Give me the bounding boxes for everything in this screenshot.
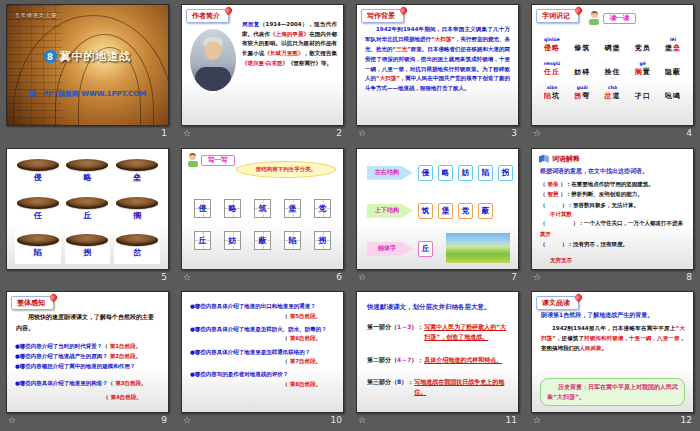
- slide-meta-7: ☆ 7: [356, 272, 519, 285]
- character: 陷: [34, 247, 42, 258]
- word: 陷坑: [541, 91, 563, 101]
- slide-thumbnail-1[interactable]: 五年级语文上册 8 冀中的地道战 第一PPT模板网 WWW.1PPT.COM: [6, 4, 169, 126]
- division-item: 第二部分（4～7）：具体介绍地道的式样和特点。: [367, 355, 508, 365]
- slide-thumbnail-6[interactable]: 写一写 按结构将下列生字分类。 侵 略 筑 堡 党 丘 妨 蔽 陷 拐: [181, 148, 344, 270]
- character-grid: 侵 略 筑 堡 党 丘 妨 蔽 陷 拐: [182, 199, 343, 263]
- word: 孑口: [632, 91, 654, 101]
- word-item: 隐蔽: [662, 61, 684, 77]
- char-box: 妨: [458, 165, 473, 181]
- section-header-label: 字词识记: [542, 12, 570, 20]
- slide-thumbnail-9[interactable]: 整体感知 用较快的速度朗读课文，了解每个自然段的主要内容。 ●哪些内容介绍了当时…: [6, 291, 169, 413]
- slide-meta-9: ☆ 9: [6, 415, 169, 428]
- slide-cell-7: 左右结构 侵 略 妨 陷 拐 上下结构 筑 堡 党 蔽 独体字 丘 ☆ 7: [350, 144, 525, 288]
- word: 堡垒: [662, 43, 684, 53]
- history-note-box: 历史背景：日军在冀中平原上对我国的人民武装“大扫荡”。: [540, 378, 685, 405]
- word-item: 吆喝: [662, 85, 684, 101]
- char-box: 党: [314, 199, 331, 218]
- character-row: 侵 略 筑 堡 党: [182, 199, 343, 218]
- definition-list: （ 堡垒 ）：在重要地点作防守用的坚固建筑。 （ 智慧 ）：辨析判断、发明创造的…: [540, 179, 687, 264]
- word: 吆喝: [662, 91, 684, 101]
- word-item: lěi堡垒: [662, 37, 684, 53]
- word: 岔道: [602, 91, 624, 101]
- slide-cell-12: 课文品读 朗读第1自然段，了解地道战产生的背景。 1942到1944那几年，日本…: [525, 287, 700, 431]
- slide-thumbnail-5[interactable]: 侵 略 垒 任 丘 搁 陷 拐 岔: [6, 148, 169, 270]
- division-label: 第一部分（: [367, 322, 397, 341]
- division-answer: 写地道战在我国抗日战争史上的地位。: [414, 377, 508, 396]
- section-header-label: 整体感知: [17, 299, 45, 307]
- question-list: ●哪些内容具体介绍了地道的出口和地道里的通道？ （ 第5自然段。 ●哪些内容具体…: [190, 302, 337, 393]
- slide-cell-1: 五年级语文上册 8 冀中的地道战 第一PPT模板网 WWW.1PPT.COM 1: [0, 0, 175, 144]
- slide-thumbnail-8[interactable]: 词语解释 根据词语的意思，在文中找出这些词语。 （ 堡垒 ）：在重要地点作防守用…: [531, 148, 694, 270]
- section-header-label: 作者简介: [192, 12, 220, 20]
- char-box: 略: [438, 165, 453, 181]
- slide-cell-10: ●哪些内容具体介绍了地道的出口和地道里的通道？ （ 第5自然段。 ●哪些内容具体…: [175, 287, 350, 431]
- char-box: 陷: [284, 231, 301, 250]
- instruction-text: 根据词语的意思，在文中找出这些词语。: [540, 167, 685, 176]
- division-label: 第三部分（: [367, 377, 397, 396]
- slide-thumbnail-10[interactable]: ●哪些内容具体介绍了地道的出口和地道里的通道？ （ 第5自然段。 ●哪些内容具体…: [181, 291, 344, 413]
- slide-cell-5: 侵 略 垒 任 丘 搁 陷 拐 岔 5: [0, 144, 175, 288]
- slide-cell-9: 整体感知 用较快的速度朗读课文，了解每个自然段的主要内容。 ●哪些内容介绍了当时…: [0, 287, 175, 431]
- character: 岔: [133, 247, 141, 258]
- mound-item: 丘: [65, 191, 111, 226]
- grade-label: 五年级语文上册: [15, 12, 57, 18]
- mound-item: 略: [65, 154, 111, 189]
- slide-thumbnail-4[interactable]: 字词识记 读一读 qīnlüè侵略 修筑 碉堡 党员 lěi堡垒 rénqiū任…: [531, 4, 694, 126]
- definition-line: （ ）：一个人守住关口，一万个人都攻打不进来莫开: [540, 218, 687, 239]
- question-line: ●哪些内容具体介绍了地道里是怎样通讯联络的？: [190, 348, 337, 357]
- animation-star-icon: ☆: [358, 128, 366, 138]
- section-header: 写作背景: [361, 9, 404, 23]
- slide-meta-5: 5: [6, 272, 169, 285]
- arrow-label: 独体字: [367, 242, 413, 256]
- mound-image: [116, 159, 158, 171]
- word-item: gē搁置: [632, 61, 654, 77]
- slide-thumbnail-12[interactable]: 课文品读 朗读第1自然段，了解地道战产生的背景。 1942到1944那几年，日本…: [531, 291, 694, 413]
- slide-meta-12: ☆ 12: [531, 415, 694, 428]
- section-header-label: 写作背景: [367, 12, 395, 20]
- slide-number: 10: [331, 415, 342, 425]
- background-text: 1942年到1944年期间，日本帝国主义调集了几十万军队对华北抗日根据地进行“大…: [365, 25, 510, 94]
- character: 垒: [133, 172, 141, 183]
- slide-thumbnail-3[interactable]: 写作背景 1942年到1944年期间，日本帝国主义调集了几十万军队对华北抗日根据…: [356, 4, 519, 126]
- slide-cell-4: 字词识记 读一读 qīnlüè侵略 修筑 碉堡 党员 lěi堡垒 rénqiū任…: [525, 0, 700, 144]
- boy-icon: [589, 11, 600, 26]
- slide-meta-1: 1: [6, 128, 169, 141]
- question-line: ●哪些内容具体介绍了地道的出口和地道里的通道？: [190, 302, 337, 311]
- mound-image: [17, 234, 59, 246]
- word: 修筑: [571, 43, 593, 53]
- question-line: ●哪些内容介绍了地道战产生的原因？ 第2自然段。: [15, 352, 162, 362]
- definition-line: （ 智慧 ）：辨析判断、发明创造的能力。: [540, 189, 687, 199]
- slide-number: 2: [336, 128, 342, 138]
- slide-cell-8: 词语解释 根据词语的意思，在文中找出这些词语。 （ 堡垒 ）：在重要地点作防守用…: [525, 144, 700, 288]
- char-box: 筑: [254, 199, 271, 218]
- question-line: ●哪些内容写的是作者对地道战的评价？: [190, 370, 337, 379]
- slide-meta-6: ☆ 6: [181, 272, 344, 285]
- section-header: 词语解释: [539, 154, 580, 164]
- char-box: 侵: [418, 165, 433, 181]
- slide-thumbnail-11[interactable]: 快速默读课文，划分层次并归纳各层大意。 第一部分（1～3）：写冀中人民为了粉碎敌…: [356, 291, 519, 413]
- arrow-label: 左右结构: [367, 166, 413, 180]
- slide-cell-2: 作者简介 周而复（1914—2004），现当代作家。代表作《上海的早晨》在国内外…: [175, 0, 350, 144]
- pushpin-icon: [399, 6, 409, 16]
- animation-star-icon: ☆: [183, 272, 191, 282]
- word: 侵略: [541, 43, 563, 53]
- answer-line: （ 第7自然段。: [190, 357, 321, 366]
- slide-thumbnail-2[interactable]: 作者简介 周而复（1914—2004），现当代作家。代表作《上海的早晨》在国内外…: [181, 4, 344, 126]
- mound-item: 陷: [15, 228, 61, 263]
- word-row: xiàn陷坑 guǎi拐弯 chà岔道 孑口 吆喝: [541, 85, 684, 101]
- character: 搁: [133, 210, 141, 221]
- animation-star-icon: ☆: [358, 272, 366, 282]
- word-item: 孑口: [632, 85, 654, 101]
- char-box: 陷: [478, 165, 493, 181]
- mound-item: 垒: [114, 154, 160, 189]
- char-box: 党: [458, 203, 473, 219]
- mound-item: 侵: [15, 154, 61, 189]
- slide-meta-11: ☆ 11: [356, 415, 519, 428]
- slide-number: 4: [686, 128, 692, 138]
- slide-number: 7: [511, 272, 517, 282]
- slide-number: 3: [511, 128, 517, 138]
- slide-thumbnail-7[interactable]: 左右结构 侵 略 妨 陷 拐 上下结构 筑 堡 党 蔽 独体字 丘: [356, 148, 519, 270]
- word-item: qīnlüè侵略: [541, 37, 563, 53]
- answer-line: （ 第5自然段。: [190, 312, 321, 321]
- lesson-title-row: 8 冀中的地道战: [7, 49, 168, 64]
